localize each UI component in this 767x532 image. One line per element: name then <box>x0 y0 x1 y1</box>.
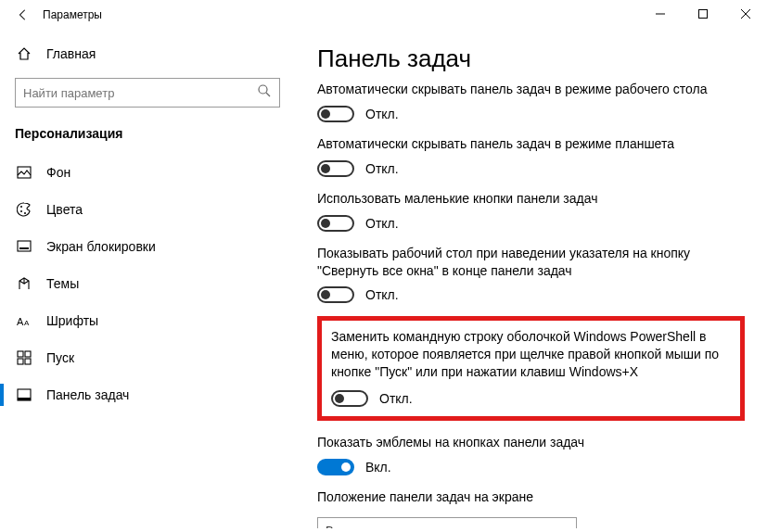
sidebar: Главная Персонализация Фон Цвета Экран б… <box>0 30 295 532</box>
taskbar-icon <box>15 387 33 402</box>
toggle-badges[interactable] <box>317 459 354 475</box>
sidebar-item-fonts[interactable]: AA Шрифты <box>0 302 295 339</box>
setting-autohide-tablet: Автоматически скрывать панель задач в ре… <box>317 135 745 177</box>
setting-peek-desktop: Показывать рабочий стол при наведении ук… <box>317 245 745 304</box>
setting-autohide-desktop: Автоматически скрывать панель задач в ре… <box>317 81 745 122</box>
back-button[interactable] <box>9 1 37 29</box>
toggle-autohide-tablet[interactable] <box>317 160 354 177</box>
setting-description: Автоматически скрывать панель задач в ре… <box>317 81 745 98</box>
svg-rect-1 <box>699 10 708 19</box>
sidebar-item-taskbar[interactable]: Панель задач <box>0 376 295 413</box>
palette-icon <box>15 202 33 217</box>
minimize-button[interactable] <box>639 0 682 28</box>
svg-point-9 <box>24 212 26 214</box>
setting-description: Показывать рабочий стол при наведении ук… <box>317 245 745 280</box>
toggle-peek-desktop[interactable] <box>317 286 354 303</box>
sidebar-item-label: Фон <box>46 165 70 180</box>
svg-rect-16 <box>18 359 23 364</box>
highlighted-setting: Заменить командную строку оболочкой Wind… <box>317 316 745 421</box>
svg-rect-11 <box>19 247 29 249</box>
sidebar-item-label: Панель задач <box>46 387 129 402</box>
svg-point-4 <box>259 85 267 94</box>
toggle-state-label: Откл. <box>365 287 399 302</box>
setting-small-buttons: Использовать маленькие кнопки панели зад… <box>317 190 745 232</box>
svg-rect-17 <box>25 359 31 364</box>
toggle-state-label: Откл. <box>379 391 413 406</box>
content-area: Панель задач Автоматически скрывать пане… <box>295 30 767 532</box>
svg-rect-10 <box>18 241 31 251</box>
search-field[interactable] <box>23 86 257 100</box>
sidebar-item-start[interactable]: Пуск <box>0 339 295 376</box>
themes-icon <box>15 276 33 291</box>
toggle-powershell[interactable] <box>331 390 368 407</box>
setting-description: Заменить командную строку оболочкой Wind… <box>331 328 731 381</box>
window-title: Параметры <box>43 8 102 21</box>
taskbar-position-dropdown[interactable]: Внизу <box>317 517 577 528</box>
sidebar-item-label: Пуск <box>46 350 74 365</box>
home-button[interactable]: Главная <box>0 39 295 69</box>
toggle-state-label: Откл. <box>365 161 399 176</box>
sidebar-item-themes[interactable]: Темы <box>0 265 295 302</box>
setting-description: Показать эмблемы на кнопках панели задач <box>317 434 745 451</box>
home-icon <box>15 46 33 61</box>
page-title: Панель задач <box>317 44 745 73</box>
setting-description: Использовать маленькие кнопки панели зад… <box>317 190 745 208</box>
fonts-icon: AA <box>15 314 33 327</box>
window-controls <box>639 0 767 28</box>
svg-rect-15 <box>25 351 31 357</box>
svg-rect-19 <box>18 398 31 400</box>
setting-description: Автоматически скрывать панель задач в ре… <box>317 135 745 153</box>
svg-rect-14 <box>18 351 23 357</box>
search-icon <box>257 83 272 102</box>
search-input[interactable] <box>15 78 280 108</box>
svg-point-8 <box>20 210 22 212</box>
toggle-small-buttons[interactable] <box>317 215 354 232</box>
sidebar-item-label: Экран блокировки <box>46 239 156 254</box>
home-label: Главная <box>46 46 96 61</box>
sidebar-item-colors[interactable]: Цвета <box>0 191 295 228</box>
chevron-down-icon <box>559 523 569 528</box>
sidebar-item-lockscreen[interactable]: Экран блокировки <box>0 228 295 265</box>
toggle-state-label: Откл. <box>365 216 399 231</box>
sidebar-item-label: Шрифты <box>46 313 98 328</box>
lockscreen-icon <box>15 239 33 254</box>
setting-taskbar-position: Положение панели задач на экране Внизу <box>317 488 745 528</box>
svg-text:A: A <box>17 316 24 327</box>
setting-description: Положение панели задач на экране <box>317 488 745 506</box>
section-title: Персонализация <box>0 108 295 154</box>
svg-text:A: A <box>24 319 30 327</box>
close-button[interactable] <box>724 0 767 28</box>
toggle-autohide-desktop[interactable] <box>317 106 354 122</box>
sidebar-item-label: Цвета <box>46 202 83 217</box>
dropdown-value: Внизу <box>326 524 358 528</box>
maximize-button[interactable] <box>682 0 724 28</box>
setting-badges: Показать эмблемы на кнопках панели задач… <box>317 434 745 475</box>
toggle-state-label: Вкл. <box>365 460 391 475</box>
start-icon <box>15 350 33 365</box>
toggle-state-label: Откл. <box>365 107 399 121</box>
svg-point-7 <box>20 206 22 208</box>
sidebar-item-background[interactable]: Фон <box>0 154 295 191</box>
svg-line-5 <box>266 93 270 96</box>
sidebar-item-label: Темы <box>46 276 79 291</box>
picture-icon <box>15 165 33 180</box>
